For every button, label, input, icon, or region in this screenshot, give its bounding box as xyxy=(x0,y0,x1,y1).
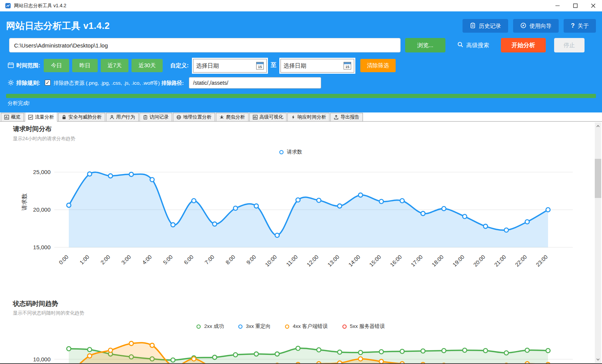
scroll-up-icon[interactable] xyxy=(595,123,601,129)
svg-text:21:00: 21:00 xyxy=(493,254,507,268)
legend-marker-icon xyxy=(196,324,201,329)
header-nav: 历史记录 使用向导 ? 关于 xyxy=(463,19,596,33)
date-from-placeholder: 选择日期 xyxy=(196,62,219,70)
guide-label: 使用向导 xyxy=(529,22,551,30)
calendar-icon xyxy=(8,62,14,68)
custom-range-label: 自定义: xyxy=(170,62,189,69)
app-header: 网站日志分析工具 v1.4.2 历史记录 使用向导 ? 关于 浏览... 高级搜… xyxy=(0,11,602,112)
tab-bar: 概览 流量分析 安全与威胁分析 用户行为 访问记录 地理位置分析 爬虫分析 高级… xyxy=(0,112,602,122)
browse-button[interactable]: 浏览... xyxy=(405,38,445,52)
preset-30days-button[interactable]: 近30天 xyxy=(131,59,163,72)
legend-item-3xx[interactable]: 3xx 重定向 xyxy=(238,323,271,330)
tab-response-time[interactable]: 响应时间分析 xyxy=(287,113,330,121)
legend-marker-icon xyxy=(238,324,242,329)
clipboard-icon xyxy=(470,22,476,30)
svg-text:9:00: 9:00 xyxy=(245,254,257,266)
legend-item-2xx[interactable]: 2xx 成功 xyxy=(196,323,224,330)
tab-geo-analysis[interactable]: 地理位置分析 xyxy=(173,113,215,121)
tab-advanced-visualization[interactable]: 高级可视化 xyxy=(249,113,287,121)
log-path-input[interactable] xyxy=(9,38,401,52)
tab-overview[interactable]: 概览 xyxy=(1,113,24,121)
date-from-field[interactable]: 选择日期 15 xyxy=(193,59,267,73)
titlebar: 网站日志分析工具 v1.4.2 xyxy=(0,0,602,11)
status-text: 分析完成! xyxy=(8,100,30,107)
scrollbar-thumb[interactable] xyxy=(595,159,601,198)
window-title: 网站日志分析工具 v1.4.2 xyxy=(14,3,67,9)
preset-today-button[interactable]: 今日 xyxy=(44,59,69,72)
guide-button[interactable]: 使用向导 xyxy=(513,19,559,33)
about-button[interactable]: ? 关于 xyxy=(564,19,596,33)
legend-item-4xx[interactable]: 4xx 客户端错误 xyxy=(285,323,328,330)
stop-button[interactable]: 停止 xyxy=(554,38,585,52)
compass-icon xyxy=(520,22,526,30)
clear-filter-button[interactable]: 清除筛选 xyxy=(360,59,396,72)
close-button[interactable] xyxy=(584,0,602,11)
legend-marker-icon xyxy=(342,324,347,329)
exclude-static-label: 排除静态资源 (.png, .jpg, .css, .js, .ico, .wo… xyxy=(54,80,160,87)
tab-export-report[interactable]: 导出报告 xyxy=(330,113,363,121)
svg-text:23:00: 23:00 xyxy=(535,254,549,268)
chart1-title: 请求时间分布 xyxy=(13,125,52,133)
legend-marker-icon xyxy=(285,324,289,329)
about-label: 关于 xyxy=(578,22,589,30)
preset-yesterday-button[interactable]: 昨日 xyxy=(72,59,98,72)
svg-text:0:00: 0:00 xyxy=(58,254,70,266)
svg-text:19:00: 19:00 xyxy=(452,254,466,268)
advanced-search-button[interactable]: 高级搜索 xyxy=(457,38,489,52)
legend-item-requests[interactable]: 请求数 xyxy=(279,149,303,155)
tab-access-records[interactable]: 访问记录 xyxy=(139,113,172,121)
help-icon: ? xyxy=(571,22,575,29)
minimize-button[interactable] xyxy=(548,0,566,11)
svg-text:25,000: 25,000 xyxy=(33,169,51,175)
chart2-title: 状态码时间趋势 xyxy=(13,299,58,308)
svg-text:15:00: 15:00 xyxy=(368,254,382,268)
exclude-path-input[interactable] xyxy=(189,77,321,89)
tab-security-threats[interactable]: 安全与威胁分析 xyxy=(58,113,105,121)
svg-text:4:00: 4:00 xyxy=(141,254,153,266)
svg-text:11:00: 11:00 xyxy=(285,254,299,267)
legend-item-5xx[interactable]: 5xx 服务器错误 xyxy=(342,323,385,330)
svg-text:16:00: 16:00 xyxy=(389,254,403,268)
exclude-path-label: 排除路径: xyxy=(162,80,184,87)
svg-text:12:00: 12:00 xyxy=(306,254,320,268)
requests-over-time-chart: 15,00020,00025,0000:001:002:003:004:005:… xyxy=(33,165,588,290)
date-to-placeholder: 选择日期 xyxy=(284,62,306,70)
chart1-legend: 请求数 xyxy=(0,149,581,155)
exclude-static-checkbox[interactable]: ✓ xyxy=(45,80,51,85)
date-to-field[interactable]: 选择日期 15 xyxy=(280,59,354,73)
tab-crawler-analysis[interactable]: 爬虫分析 xyxy=(216,113,249,121)
chart1-y-axis-label: 请求数 xyxy=(21,182,28,222)
date-to-separator: 至 xyxy=(271,62,276,69)
tab-traffic-analysis[interactable]: 流量分析 xyxy=(25,112,57,122)
chart2-legend: 2xx 成功 3xx 重定向 4xx 客户端错误 5xx 服务器错误 xyxy=(0,323,581,330)
datepicker-icon[interactable]: 15 xyxy=(256,62,264,70)
history-button[interactable]: 历史记录 xyxy=(463,19,508,33)
app-icon xyxy=(5,3,11,9)
svg-text:8:00: 8:00 xyxy=(224,254,236,266)
svg-text:15,000: 15,000 xyxy=(33,244,51,250)
tab-user-behavior[interactable]: 用户行为 xyxy=(106,113,139,121)
svg-text:6:00: 6:00 xyxy=(183,254,195,266)
svg-text:20,000: 20,000 xyxy=(33,206,51,213)
svg-text:18:00: 18:00 xyxy=(431,254,445,268)
history-label: 历史记录 xyxy=(479,22,501,30)
progress-bar xyxy=(6,94,596,98)
datepicker-icon[interactable]: 15 xyxy=(344,62,351,70)
vertical-scrollbar[interactable] xyxy=(595,122,601,363)
svg-text:17:00: 17:00 xyxy=(410,254,424,268)
main-content: 请求时间分布 显示24小时内的请求分布趋势 请求数 请求数 15,00020,0… xyxy=(0,122,602,364)
chart2-subtitle: 显示不同状态码随时间的变化趋势 xyxy=(13,310,84,317)
search-icon xyxy=(457,41,464,49)
legend-marker-icon xyxy=(279,150,284,154)
scroll-down-icon[interactable] xyxy=(595,356,601,362)
svg-text:1:00: 1:00 xyxy=(79,254,90,266)
svg-text:5:00: 5:00 xyxy=(162,254,174,266)
svg-text:3:00: 3:00 xyxy=(120,254,132,266)
start-analysis-button[interactable]: 开始分析 xyxy=(501,38,546,52)
svg-text:10,000: 10,000 xyxy=(33,356,51,362)
svg-text:13:00: 13:00 xyxy=(326,254,341,268)
maximize-button[interactable] xyxy=(566,0,584,11)
window-controls xyxy=(548,0,602,11)
preset-7days-button[interactable]: 近7天 xyxy=(101,59,128,72)
status-code-trend-chart: 5,00010,0000:001:002:003:004:005:006:007… xyxy=(33,333,588,364)
